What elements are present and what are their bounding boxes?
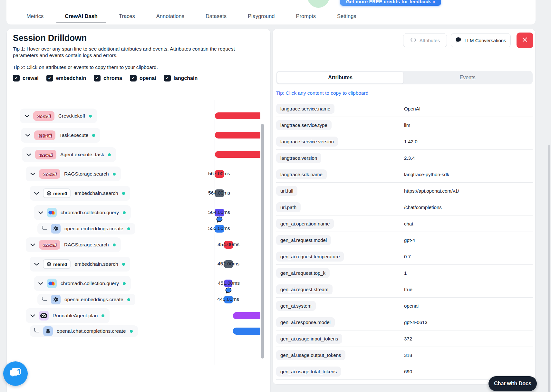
chevron-down-icon[interactable] [25, 134, 30, 137]
attribute-row[interactable]: langtrace.version2.3.4 [276, 150, 533, 166]
attribute-row[interactable]: url.path/chat/completions [276, 199, 533, 215]
chevron-down-icon[interactable] [38, 282, 43, 285]
attribute-value[interactable]: gpt-4 [404, 237, 415, 243]
chevron-down-icon[interactable] [34, 263, 39, 266]
tab-attributes[interactable]: Attributes [277, 72, 404, 84]
attribute-key[interactable]: gen_ai.usage.input_tokens [276, 334, 342, 344]
attribute-value[interactable]: 1.42.0 [404, 139, 418, 144]
attribute-key[interactable]: langtrace.service.type [276, 120, 332, 130]
checkbox-checked-icon[interactable]: ✓ [130, 75, 137, 81]
attribute-value[interactable]: true [404, 287, 412, 292]
tab-prompts[interactable]: Prompts [288, 10, 324, 23]
tree-scrollbar[interactable] [261, 124, 264, 359]
attribute-value[interactable]: llm [404, 122, 410, 128]
attribute-row[interactable]: langtrace.service.nameOpenAI [276, 100, 533, 117]
chat-with-docs-button[interactable]: Chat with Docs [488, 376, 537, 391]
attribute-value[interactable]: chat [404, 221, 413, 226]
attribute-row[interactable]: gen_ai.systemopenai [276, 298, 533, 314]
checkbox-checked-icon[interactable]: ✓ [164, 75, 171, 81]
span-row-crew-kickoff[interactable]: crewaiCrew.kickoff [20, 109, 97, 123]
attribute-row[interactable]: langtrace.service.version1.42.0 [276, 133, 533, 150]
attribute-value[interactable]: /chat/completions [404, 205, 442, 210]
attribute-key[interactable]: gen_ai.system [276, 301, 316, 311]
span-duration-bar[interactable] [233, 328, 260, 335]
checkbox-checked-icon[interactable]: ✓ [94, 75, 101, 81]
attribute-row[interactable]: langtrace.sdk.namelangtrace-python-sdk [276, 166, 533, 183]
attribute-row[interactable]: gen_ai.usage.output_tokens318 [276, 347, 533, 363]
span-duration-bar[interactable] [215, 151, 260, 158]
attribute-key[interactable]: gen_ai.operation.name [276, 219, 334, 229]
checkbox-checked-icon[interactable]: ✓ [13, 75, 20, 81]
attribute-row[interactable]: gen_ai.request.modelgpt-4 [276, 232, 533, 248]
close-panel-button[interactable] [517, 33, 533, 48]
attributes-code-button[interactable]: Attributes [403, 33, 447, 47]
attribute-row[interactable]: url.fullhttps://api.openai.com/v1/ [276, 183, 533, 199]
tab-datasets[interactable]: Datasets [197, 10, 235, 23]
attribute-key[interactable]: gen_ai.response.model [276, 317, 335, 327]
attribute-value[interactable]: 2.3.4 [404, 155, 415, 161]
attribute-key[interactable]: langtrace.service.name [276, 104, 334, 114]
attribute-value[interactable]: OpenAI [404, 106, 420, 111]
span-duration-bar[interactable] [233, 312, 260, 319]
tab-traces[interactable]: Traces [111, 10, 143, 23]
attribute-value[interactable]: 372 [404, 336, 412, 341]
checkbox-checked-icon[interactable]: ✓ [46, 75, 53, 81]
attribute-row[interactable]: gen_ai.response.modelgpt-4-0613 [276, 314, 533, 330]
span-duration-bar[interactable] [215, 112, 260, 119]
free-credits-button[interactable]: Get more FREE credits for feedback » [340, 0, 441, 6]
attribute-row[interactable]: gen_ai.request.streamtrue [276, 281, 533, 298]
chevron-down-icon[interactable] [26, 153, 31, 156]
span-row-openai-embeddings-create[interactable]: openai.embeddings.create [37, 294, 135, 305]
span-row-openai-chat-completions-create[interactable]: openai.chat.completions.create [30, 325, 138, 337]
span-row-runnableagent-plan[interactable]: RunnableAgent.plan [26, 308, 110, 323]
attribute-row[interactable]: langtrace.service.typellm [276, 117, 533, 133]
page-scrollbar[interactable] [548, 145, 550, 392]
attribute-row[interactable]: gen_ai.operation.namechat [276, 215, 533, 232]
attribute-key[interactable]: langtrace.version [276, 153, 321, 163]
llm-conversations-button[interactable]: LLM Conversations [451, 33, 511, 47]
span-row-task-execute[interactable]: crewaiTask.execute [21, 128, 100, 143]
attribute-row[interactable]: gen_ai.request.top_k1 [276, 265, 533, 281]
span-row-openai-embeddings-create[interactable]: openai.embeddings.create [37, 223, 135, 234]
attribute-value[interactable]: langtrace-python-sdk [404, 172, 449, 177]
attribute-key[interactable]: langtrace.service.version [276, 137, 338, 147]
attribute-key[interactable]: gen_ai.request.stream [276, 284, 333, 294]
attribute-value[interactable]: 0.7 [404, 254, 411, 259]
attribute-key[interactable]: gen_ai.request.top_k [276, 268, 330, 278]
chevron-down-icon[interactable] [38, 211, 43, 214]
attribute-value[interactable]: 318 [404, 352, 412, 358]
tab-crewai-dash[interactable]: CrewAI Dash [56, 10, 106, 23]
span-row-embedchain-search[interactable]: mem0embedchain.search [30, 186, 130, 201]
attribute-key[interactable]: gen_ai.request.model [276, 235, 331, 245]
span-row-chromadb-collection-query[interactable]: chromadb.collection.query [34, 276, 131, 291]
attribute-value[interactable]: 690 [404, 369, 412, 374]
span-row-chromadb-collection-query[interactable]: chromadb.collection.query [34, 205, 131, 220]
attribute-key[interactable]: url.full [276, 186, 297, 196]
tab-metrics[interactable]: Metrics [18, 10, 52, 23]
attribute-value[interactable]: openai [404, 303, 419, 309]
tab-events[interactable]: Events [404, 72, 531, 84]
attribute-row[interactable]: gen_ai.request.temperature0.7 [276, 248, 533, 265]
attribute-key[interactable]: gen_ai.request.temperature [276, 252, 344, 262]
span-row-ragstorage-search[interactable]: crewaiRAGStorage.search [26, 167, 121, 181]
tab-settings[interactable]: Settings [329, 10, 365, 23]
attribute-value[interactable]: 1 [404, 270, 407, 276]
copy-tip-link[interactable]: Tip: Click any content to copy to clipbo… [276, 90, 368, 96]
chevron-down-icon[interactable] [30, 173, 35, 176]
attribute-value[interactable]: gpt-4-0613 [404, 320, 428, 325]
chevron-down-icon[interactable] [30, 314, 35, 317]
attribute-key[interactable]: gen_ai.usage.total_tokens [276, 367, 341, 377]
span-duration-bar[interactable] [215, 132, 260, 139]
attribute-row[interactable]: gen_ai.usage.input_tokens372 [276, 330, 533, 347]
span-row-embedchain-search[interactable]: mem0embedchain.search [30, 257, 130, 272]
span-row-agent-execute-task[interactable]: crewaiAgent.execute_task [22, 147, 116, 162]
chevron-down-icon[interactable] [24, 115, 29, 118]
chevron-down-icon[interactable] [30, 244, 35, 246]
chat-widget-button[interactable] [3, 361, 28, 386]
span-row-ragstorage-search[interactable]: crewaiRAGStorage.search [26, 237, 121, 252]
attribute-key[interactable]: gen_ai.usage.output_tokens [276, 350, 345, 360]
attribute-key[interactable]: url.path [276, 202, 301, 212]
chevron-down-icon[interactable] [34, 192, 39, 195]
tab-annotations[interactable]: Annotations [148, 10, 193, 23]
attribute-value[interactable]: https://api.openai.com/v1/ [404, 188, 459, 194]
